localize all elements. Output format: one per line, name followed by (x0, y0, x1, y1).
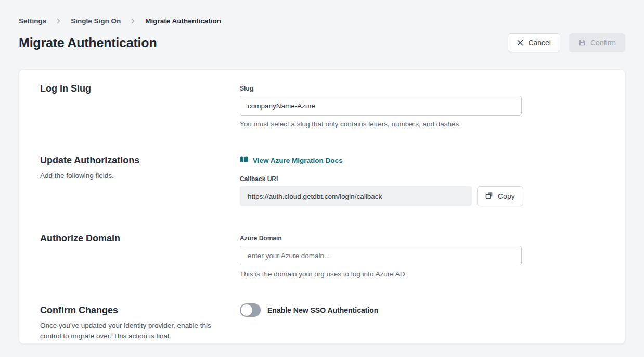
enable-sso-toggle-label: Enable New SSO Authentication (267, 306, 378, 314)
section-authorize-domain-right: Azure Domain This is the domain your org… (240, 233, 604, 278)
section-update-authorizations: Update Authorizations Add the following … (40, 155, 604, 206)
section-authorize-domain: Authorize Domain Azure Domain This is th… (40, 233, 604, 278)
save-floppy-icon (578, 39, 586, 46)
section-login-slug-left: Log in Slug (40, 83, 240, 128)
confirm-button-label: Confirm (590, 39, 616, 47)
section-login-slug-right: Slug You must select a slug that only co… (240, 83, 604, 128)
chevron-right-icon (130, 18, 136, 24)
azure-domain-label: Azure Domain (240, 235, 604, 242)
enable-sso-toggle[interactable] (240, 303, 261, 317)
callback-uri-label: Callback URI (240, 175, 604, 183)
section-confirm-changes-left: Confirm Changes Once you’ve updated your… (40, 305, 240, 342)
cancel-button[interactable]: Cancel (508, 33, 560, 52)
section-confirm-changes: Confirm Changes Once you’ve updated your… (40, 305, 604, 342)
azure-domain-input[interactable] (240, 246, 522, 265)
confirm-changes-description: Once you’ve updated your identity provid… (40, 321, 213, 342)
breadcrumb-single-sign-on[interactable]: Single Sign On (71, 17, 121, 25)
slug-input[interactable] (240, 96, 522, 116)
section-update-authorizations-right: View Azure Migration Docs Callback URI (240, 155, 604, 206)
header-actions: Cancel Confirm (508, 33, 625, 52)
open-book-icon (240, 156, 248, 164)
copy-button-label: Copy (498, 192, 515, 200)
breadcrumb-settings[interactable]: Settings (19, 17, 46, 25)
slug-label: Slug (240, 85, 604, 92)
callback-uri-input[interactable] (240, 186, 472, 206)
cancel-button-label: Cancel (528, 39, 551, 47)
slug-helper-text: You must select a slug that only contain… (240, 120, 604, 128)
section-confirm-changes-right: Enable New SSO Authentication (240, 305, 604, 342)
azure-domain-helper-text: This is the domain your org uses to log … (240, 270, 604, 278)
breadcrumb-migrate-authentication: Migrate Authentication (145, 17, 221, 25)
azure-migration-docs-link-label: View Azure Migration Docs (253, 157, 343, 164)
chevron-right-icon (56, 18, 61, 24)
update-authorizations-heading: Update Authorizations (40, 155, 240, 166)
close-x-icon (517, 40, 523, 46)
breadcrumb: Settings Single Sign On Migrate Authenti… (19, 17, 625, 25)
settings-card: Log in Slug Slug You must select a slug … (19, 69, 625, 344)
update-authorizations-description: Add the following fields. (40, 171, 213, 181)
azure-migration-docs-link[interactable]: View Azure Migration Docs (240, 156, 343, 164)
section-update-authorizations-left: Update Authorizations Add the following … (40, 155, 240, 206)
confirm-button[interactable]: Confirm (569, 33, 625, 52)
copy-button[interactable]: Copy (477, 186, 523, 206)
callback-uri-block: Callback URI Copy (240, 175, 604, 206)
toggle-knob (241, 304, 252, 316)
authorize-domain-heading: Authorize Domain (40, 233, 240, 244)
page-title: Migrate Authentication (19, 35, 157, 50)
section-authorize-domain-left: Authorize Domain (40, 233, 240, 278)
copy-pages-icon (485, 192, 493, 201)
section-login-slug: Log in Slug Slug You must select a slug … (40, 83, 604, 128)
login-slug-heading: Log in Slug (40, 83, 240, 94)
page: Settings Single Sign On Migrate Authenti… (0, 0, 644, 344)
header-row: Migrate Authentication Cancel Confirm (19, 33, 625, 52)
confirm-changes-heading: Confirm Changes (40, 305, 240, 316)
